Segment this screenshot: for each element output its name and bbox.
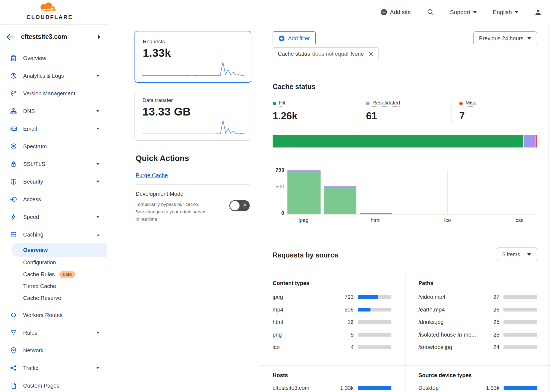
remove-filter-icon[interactable] (368, 51, 373, 57)
sidebar-item-custom-pages[interactable]: Custom Pages (0, 377, 107, 392)
chart-bar-mp4 (324, 170, 356, 214)
chevron-down-icon (527, 253, 531, 256)
chart-y-axis: 793 500 0 (270, 168, 284, 214)
metric-label: Data transfer (143, 97, 243, 103)
hit-value: 1.26k (273, 110, 297, 122)
sidebar-item-access[interactable]: Access (0, 190, 107, 208)
table-row[interactable]: mp4 506 (273, 304, 391, 316)
site-sidebar: cftestsite3.com Overview Analytics & Log… (0, 24, 107, 392)
data-transfer-metric-card[interactable]: Data transfer 13.33 GB (135, 90, 251, 141)
site-switcher[interactable]: cftestsite3.com (0, 25, 107, 49)
sidebar-item-tiered-cache[interactable]: Tiered Cache (0, 280, 107, 292)
sidebar-item-spectrum[interactable]: Spectrum (0, 138, 107, 155)
purge-cache-link[interactable]: Purge Cache (136, 172, 168, 179)
cache-status-filter-chip[interactable]: Cache status does not equal None (273, 47, 379, 60)
search-button[interactable] (427, 9, 434, 16)
requests-metric-card[interactable]: Requests 1.33k (135, 31, 251, 83)
time-range-dropdown[interactable]: Previous 24 hours (473, 31, 537, 45)
table-row[interactable]: ico 4 (273, 341, 391, 354)
hit-legend-dot (273, 102, 276, 105)
miss-legend-dot (459, 102, 463, 105)
sidebar-item-email[interactable]: Email (0, 120, 107, 138)
chart-bar-ico (431, 170, 464, 214)
revalidated-label[interactable]: Revalidated (372, 100, 400, 107)
add-site-button[interactable]: Add site (381, 9, 411, 15)
email-icon (10, 125, 17, 132)
divider (358, 98, 358, 124)
site-name: cftestsite3.com (21, 33, 67, 41)
chevron-down-icon (96, 110, 100, 112)
account-menu[interactable] (534, 9, 542, 16)
user-icon (534, 9, 542, 16)
table-row[interactable]: /video.mp4 27 (418, 291, 537, 304)
items-count-dropdown[interactable]: 5 items (497, 248, 537, 261)
table-row[interactable]: html 16 (273, 316, 391, 329)
table-row[interactable]: /earth.mp4 26 (418, 304, 537, 316)
sidebar-item-ssl-tls[interactable]: SSL/TLS (0, 155, 107, 173)
cache-status-stat-miss: Miss 7 (459, 100, 476, 122)
table-row[interactable]: /drinks.jpg 25 (418, 316, 537, 329)
sidebar-item-caching[interactable]: Caching (0, 226, 107, 243)
back-arrow-icon[interactable] (6, 34, 14, 40)
table-row[interactable]: png 5 (273, 329, 391, 341)
ssl-tls-icon (10, 160, 17, 168)
toggle-off-x-icon: ✕ (243, 202, 247, 208)
chart-bar-jpeg (288, 170, 321, 214)
caching-icon (10, 231, 17, 238)
cloudflare-wordmark: CLOUDFLARE (26, 14, 71, 20)
quick-actions-title: Quick Actions (136, 154, 189, 163)
chevron-right-icon[interactable] (98, 35, 101, 39)
development-mode-toggle[interactable]: ✕ (229, 200, 250, 211)
sidebar-item-traffic[interactable]: Traffic (0, 359, 107, 377)
x-tick-label: css (503, 217, 536, 223)
stacked-segment-revalidated (523, 135, 536, 147)
y-tick: 0 (281, 210, 284, 216)
cloudflare-logo[interactable]: CLOUDFLARE (26, 1, 71, 20)
progress-bar (504, 345, 537, 349)
support-menu[interactable]: Support (450, 9, 477, 15)
sidebar-item-overview[interactable]: Overview (0, 49, 107, 67)
sidebar-item-rules[interactable]: Rules (0, 324, 107, 342)
sidebar-item-speed[interactable]: Speed (0, 208, 107, 226)
rules-icon (10, 329, 17, 336)
language-menu[interactable]: English (493, 9, 518, 15)
table-row[interactable]: /snowtops.jpg 24 (418, 341, 537, 354)
beta-badge: Beta (59, 271, 76, 278)
sidebar-item-caching-overview[interactable]: Overview (12, 243, 107, 257)
divider (548, 24, 549, 392)
table-row[interactable]: jpeg 793 (273, 291, 391, 304)
sidebar-item-analytics-logs[interactable]: Analytics & Logs (0, 67, 107, 85)
sidebar-item-caching-configuration[interactable]: Configuration (0, 257, 107, 269)
analytics-panel: Add filter Cache status does not equal N… (259, 24, 551, 392)
progress-bar (358, 308, 391, 312)
divider (259, 234, 551, 234)
chevron-down-icon (473, 11, 477, 14)
content-type-bar-chart: 793 500 0 jpeghtmlicocss (270, 168, 536, 226)
sidebar-item-cache-reserve[interactable]: Cache Reserve (0, 292, 107, 304)
add-filter-button[interactable]: Add filter (273, 31, 316, 45)
divider (136, 184, 250, 185)
sidebar-item-security[interactable]: Security (0, 173, 107, 190)
x-tick-label (395, 217, 428, 223)
sidebar-item-dns[interactable]: DNS (0, 102, 107, 120)
table-row[interactable]: /isolated-house-in-mo... 25 (418, 329, 537, 341)
table-row[interactable]: cftestsite3.com 1.33k (273, 382, 391, 392)
divider (405, 365, 405, 392)
hit-label[interactable]: Hit (279, 100, 285, 107)
progress-bar (504, 386, 537, 390)
metric-value: 13.33 GB (143, 106, 243, 118)
x-tick-label (323, 217, 356, 223)
table-row[interactable]: Desktop 1.33k (418, 382, 537, 392)
miss-label[interactable]: Miss (466, 100, 476, 107)
sidebar-item-workers-routes[interactable]: Workers Routes (0, 306, 107, 324)
x-tick-label: jpeg (287, 217, 320, 223)
y-tick: 500 (275, 184, 284, 190)
sidebar-item-cache-rules[interactable]: Cache Rules Beta (0, 269, 107, 280)
divider (136, 229, 250, 229)
progress-bar (358, 295, 391, 299)
sidebar-item-network[interactable]: Network (0, 342, 107, 359)
sidebar-item-version-management[interactable]: Version Management (0, 85, 107, 102)
security-icon (10, 178, 17, 185)
metric-label: Requests (143, 39, 243, 45)
revalidated-legend-dot (366, 102, 370, 105)
